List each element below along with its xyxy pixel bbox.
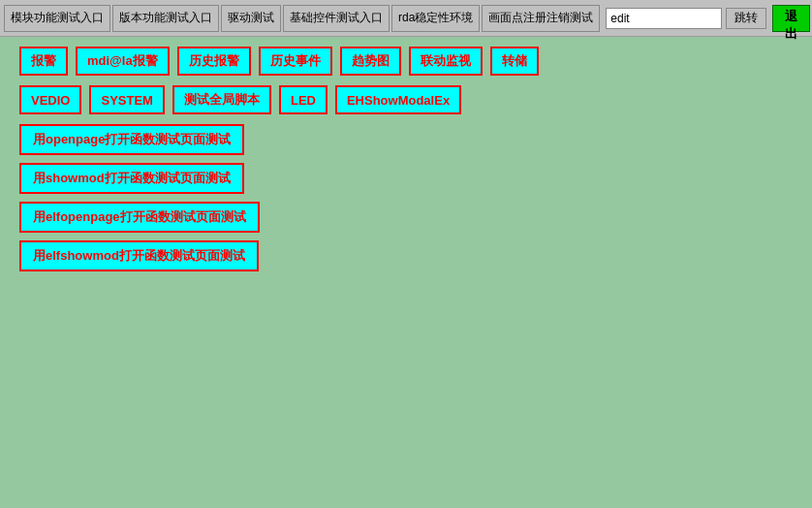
- tab-register[interactable]: 画面点注册注销测试: [482, 5, 600, 32]
- alarm-button[interactable]: 报警: [19, 47, 68, 76]
- jump-button[interactable]: 跳转: [726, 8, 766, 29]
- transfer-button[interactable]: 转储: [490, 47, 539, 76]
- tab-rda[interactable]: rda稳定性环境: [391, 5, 480, 32]
- history-event-button[interactable]: 历史事件: [259, 47, 332, 76]
- elfopenpage-button[interactable]: 用elfopenpage打开函数测试页面测试: [19, 202, 260, 233]
- topbar: 模块功能测试入口 版本功能测试入口 驱动测试 基础控件测试入口 rda稳定性环境…: [0, 0, 812, 37]
- tab-module[interactable]: 模块功能测试入口: [4, 5, 110, 32]
- trend-button[interactable]: 趋势图: [340, 47, 401, 76]
- tab-base[interactable]: 基础控件测试入口: [283, 5, 390, 32]
- global-script-button[interactable]: 测试全局脚本: [172, 85, 271, 114]
- action-section: 用openpage打开函数测试页面测试 用showmod打开函数测试页面测试 用…: [19, 124, 793, 271]
- tab-version[interactable]: 版本功能测试入口: [112, 5, 219, 32]
- elfshowmod-button[interactable]: 用elfshowmod打开函数测试页面测试: [19, 240, 259, 271]
- showmod-button[interactable]: 用showmod打开函数测试页面测试: [19, 163, 244, 194]
- openpage-button[interactable]: 用openpage打开函数测试页面测试: [19, 124, 244, 155]
- button-row-2: VEDIO SYSTEM 测试全局脚本 LED EHShowModalEx: [19, 85, 793, 114]
- mdi-alarm-button[interactable]: mdi@la报警: [76, 47, 170, 76]
- vedio-button[interactable]: VEDIO: [19, 85, 81, 114]
- history-alarm-button[interactable]: 历史报警: [177, 47, 251, 76]
- button-row-1: 报警 mdi@la报警 历史报警 历史事件 趋势图 联动监视 转储: [19, 47, 793, 76]
- linkage-button[interactable]: 联动监视: [409, 47, 483, 76]
- edit-input[interactable]: [606, 8, 722, 29]
- tab-driver[interactable]: 驱动测试: [221, 5, 281, 32]
- system-button[interactable]: SYSTEM: [89, 85, 164, 114]
- exit-button[interactable]: 退出: [772, 5, 810, 32]
- led-button[interactable]: LED: [279, 85, 328, 114]
- main-area: 报警 mdi@la报警 历史报警 历史事件 趋势图 联动监视 转储 VEDIO …: [0, 37, 812, 508]
- ehshow-button[interactable]: EHShowModalEx: [335, 85, 461, 114]
